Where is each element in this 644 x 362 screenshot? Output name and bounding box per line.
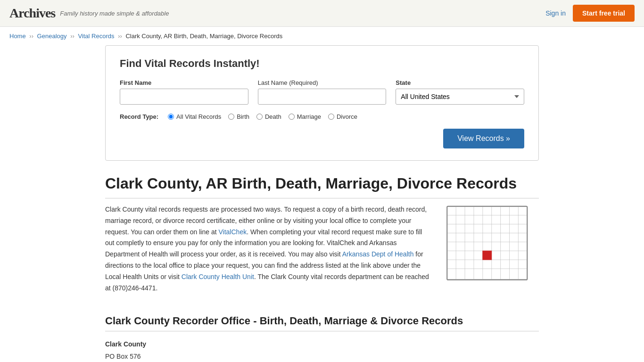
site-header: Archives Family history made simple & af…	[0, 0, 644, 27]
radio-divorce-label: Divorce	[337, 113, 357, 120]
breadcrumb-vital-records[interactable]: Vital Records	[78, 33, 114, 40]
first-name-input[interactable]	[120, 89, 248, 105]
map-container	[445, 204, 539, 301]
radio-death[interactable]: Death	[256, 113, 281, 120]
radio-death-input[interactable]	[256, 114, 263, 120]
address-block: Clark County PO Box 576 Arkadelphia, AR …	[105, 338, 539, 362]
page-title: Clark County, AR Birth, Death, Marriage,…	[105, 175, 539, 198]
breadcrumb: Home ›› Genealogy ›› Vital Records ›› Cl…	[0, 27, 644, 45]
radio-marriage-input[interactable]	[289, 114, 295, 120]
last-name-group: Last Name (Required)	[258, 79, 387, 105]
intro-paragraph: Clark County vital records requests are …	[105, 204, 430, 294]
state-label: State	[396, 79, 524, 86]
header-right: Sign in Start free trial	[545, 5, 635, 22]
search-fields: First Name Last Name (Required) State Al…	[120, 79, 524, 105]
address-line-1: PO Box 576	[105, 351, 539, 362]
breadcrumb-sep-2: ››	[70, 33, 74, 40]
state-group: State All United States Alabama Alaska A…	[396, 79, 524, 105]
radio-birth[interactable]: Birth	[228, 113, 249, 120]
content-text: Clark County vital records requests are …	[105, 204, 430, 301]
breadcrumb-sep-3: ››	[118, 33, 122, 40]
svg-rect-16	[483, 251, 492, 260]
radio-group: All Vital Records Birth Death Marriage D…	[168, 113, 357, 120]
content-area: Clark County vital records requests are …	[105, 204, 539, 301]
main-content: Find Vital Records Instantly! First Name…	[96, 45, 548, 362]
first-name-label: First Name	[120, 79, 248, 86]
view-records-button[interactable]: View Records »	[443, 129, 524, 148]
header-left: Archives Family history made simple & af…	[9, 6, 169, 21]
radio-birth-input[interactable]	[228, 114, 234, 120]
breadcrumb-genealogy[interactable]: Genealogy	[37, 33, 67, 40]
record-type-label: Record Type:	[120, 113, 158, 120]
radio-all-vital-input[interactable]	[168, 114, 174, 120]
last-name-label: Last Name (Required)	[258, 79, 387, 86]
radio-death-label: Death	[265, 113, 281, 120]
radio-divorce-input[interactable]	[328, 114, 334, 120]
clark-health-link[interactable]: Clark County Health Unit	[182, 273, 254, 280]
radio-divorce[interactable]: Divorce	[328, 113, 357, 120]
radio-all-vital[interactable]: All Vital Records	[168, 113, 221, 120]
first-name-group: First Name	[120, 79, 248, 105]
radio-birth-label: Birth	[237, 113, 249, 120]
state-select[interactable]: All United States Alabama Alaska Arizona…	[396, 89, 524, 105]
radio-marriage-label: Marriage	[297, 113, 321, 120]
search-box-title: Find Vital Records Instantly!	[120, 58, 524, 70]
last-name-input[interactable]	[258, 89, 387, 105]
radio-marriage[interactable]: Marriage	[289, 113, 321, 120]
breadcrumb-home[interactable]: Home	[9, 33, 26, 40]
search-box: Find Vital Records Instantly! First Name…	[105, 45, 539, 161]
county-name: Clark County	[105, 340, 146, 348]
sign-in-link[interactable]: Sign in	[545, 9, 566, 17]
recorder-section-title: Clark County Recorder Office - Birth, De…	[105, 315, 539, 331]
breadcrumb-sep-1: ››	[29, 33, 33, 40]
vitalchek-link[interactable]: VitalChek	[219, 228, 247, 236]
radio-all-vital-label: All Vital Records	[176, 113, 221, 120]
start-trial-button[interactable]: Start free trial	[573, 5, 635, 22]
breadcrumb-current: Clark County, AR Birth, Death, Marriage,…	[125, 33, 282, 40]
arkansas-map	[445, 204, 534, 284]
record-type-row: Record Type: All Vital Records Birth Dea…	[120, 113, 524, 120]
ark-dept-link[interactable]: Arkansas Dept of Health	[342, 250, 414, 258]
site-tagline: Family history made simple & affordable	[60, 10, 169, 17]
site-logo: Archives	[9, 6, 55, 21]
